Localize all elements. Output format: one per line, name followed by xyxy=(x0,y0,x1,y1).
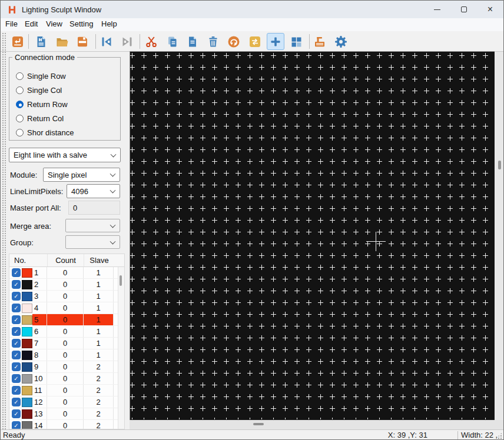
row-checkbox[interactable]: ✓ xyxy=(12,280,21,289)
cell-slv: 1 xyxy=(83,291,114,302)
cut-button[interactable] xyxy=(142,33,160,50)
modules-grid-icon xyxy=(289,35,303,49)
new-file-button[interactable] xyxy=(32,33,50,50)
chevron-down-icon xyxy=(110,238,116,244)
machine-button[interactable] xyxy=(311,33,329,50)
row-checkbox[interactable]: ✓ xyxy=(12,304,21,312)
status-coords: X: 39 ,Y: 31 xyxy=(384,431,427,439)
menu-edit[interactable]: Edit xyxy=(25,19,38,28)
row-checkbox[interactable]: ✓ xyxy=(12,268,21,277)
canvas-vscrollbar[interactable] xyxy=(495,52,504,420)
toolbar-separator xyxy=(28,34,29,49)
exit-button[interactable] xyxy=(9,33,26,50)
canvas-vscrollbar-thumb[interactable] xyxy=(498,161,501,169)
table-row[interactable]: ✓801 xyxy=(9,349,124,361)
color-swatch[interactable] xyxy=(22,421,32,430)
row-checkbox[interactable]: ✓ xyxy=(12,421,21,429)
row-checkbox[interactable]: ✓ xyxy=(12,327,21,336)
row-checkbox[interactable]: ✓ xyxy=(12,292,21,301)
radio-single-col[interactable]: Single Col xyxy=(16,85,62,95)
color-swatch[interactable] xyxy=(22,280,32,289)
toolbar-separator xyxy=(95,34,96,49)
cell-slv: 2 xyxy=(83,361,114,372)
menu-file[interactable]: File xyxy=(5,19,18,28)
row-checkbox[interactable]: ✓ xyxy=(12,386,21,395)
color-swatch[interactable] xyxy=(22,339,32,348)
table-row[interactable]: ✓301 xyxy=(9,291,124,302)
radio-single-row[interactable]: Single Row xyxy=(16,71,66,81)
go-first-button[interactable] xyxy=(98,33,115,50)
design-canvas[interactable] xyxy=(130,52,494,419)
paste-button[interactable] xyxy=(184,33,201,50)
menu-setting[interactable]: Setting xyxy=(69,19,93,28)
panel-drag-gripper[interactable] xyxy=(1,32,6,429)
row-checkbox[interactable]: ✓ xyxy=(12,374,21,383)
modules-button[interactable] xyxy=(287,33,305,50)
table-row[interactable]: ✓101 xyxy=(9,267,124,279)
copy-button[interactable] xyxy=(164,33,181,50)
save-button[interactable] xyxy=(74,33,91,50)
radio-shor-distance[interactable]: Shor distance xyxy=(16,127,74,138)
table-row[interactable]: ✓1202 xyxy=(9,396,124,408)
row-checkbox[interactable]: ✓ xyxy=(12,409,21,418)
table-row[interactable]: ✓1302 xyxy=(9,408,124,420)
cell-slv: 1 xyxy=(83,267,114,278)
minimize-button[interactable] xyxy=(424,1,450,18)
add-pixel-button[interactable] xyxy=(267,33,284,50)
color-swatch[interactable] xyxy=(22,386,32,395)
table-row[interactable]: ✓401 xyxy=(9,302,124,314)
delete-button[interactable] xyxy=(204,33,222,50)
color-swatch[interactable] xyxy=(22,374,32,384)
master-port-field[interactable]: 0 xyxy=(68,201,120,215)
table-row[interactable]: ✓902 xyxy=(9,361,124,373)
cell-no: 2 xyxy=(32,279,47,290)
maximize-button[interactable] xyxy=(450,1,477,18)
color-swatch[interactable] xyxy=(22,398,32,407)
radio-return-col[interactable]: Return Col xyxy=(16,113,64,124)
row-checkbox[interactable]: ✓ xyxy=(12,398,21,406)
cell-slv: 2 xyxy=(83,373,114,384)
table-scrollbar[interactable] xyxy=(118,267,124,429)
line-limit-select[interactable]: 4096 xyxy=(67,184,120,198)
go-last-button[interactable] xyxy=(118,33,136,50)
table-row[interactable]: ✓1002 xyxy=(9,373,124,385)
table-row[interactable]: ✓501 xyxy=(9,314,124,326)
cell-cnt: 0 xyxy=(47,291,83,302)
group-select[interactable] xyxy=(65,235,120,249)
table-row[interactable]: ✓1102 xyxy=(9,385,124,396)
module-select[interactable]: Single pixel xyxy=(43,168,120,182)
color-swatch[interactable] xyxy=(22,292,32,301)
cell-slv: 1 xyxy=(83,279,114,290)
swap-button[interactable] xyxy=(246,33,264,50)
color-swatch[interactable] xyxy=(22,409,32,419)
open-file-button[interactable] xyxy=(53,33,71,50)
table-row[interactable]: ✓1402 xyxy=(9,420,124,429)
radio-return-row[interactable]: Return Row xyxy=(16,99,68,109)
rotate-button[interactable] xyxy=(225,33,243,50)
row-checkbox[interactable]: ✓ xyxy=(12,315,21,324)
wiring-select[interactable]: Eight line with a salve xyxy=(9,148,121,162)
row-checkbox[interactable]: ✓ xyxy=(12,351,21,359)
menu-help[interactable]: Help xyxy=(101,19,117,28)
color-swatch[interactable] xyxy=(22,351,32,360)
cell-no: 10 xyxy=(32,373,47,384)
color-swatch[interactable] xyxy=(22,304,32,313)
canvas-hscrollbar[interactable] xyxy=(130,420,504,429)
menu-view[interactable]: View xyxy=(46,19,62,28)
color-swatch[interactable] xyxy=(22,327,32,336)
color-swatch[interactable] xyxy=(22,315,32,325)
row-checkbox[interactable]: ✓ xyxy=(12,339,21,348)
canvas-hscrollbar-thumb[interactable] xyxy=(253,423,264,425)
go-last-icon xyxy=(120,35,134,49)
table-row[interactable]: ✓601 xyxy=(9,326,124,338)
settings-button[interactable] xyxy=(332,33,350,50)
color-swatch[interactable] xyxy=(22,268,32,278)
table-row[interactable]: ✓701 xyxy=(9,338,124,349)
row-checkbox[interactable]: ✓ xyxy=(12,362,21,371)
merge-area-select[interactable] xyxy=(65,219,120,232)
color-swatch[interactable] xyxy=(22,362,32,372)
table-scrollbar-thumb[interactable] xyxy=(120,275,122,286)
close-button[interactable]: × xyxy=(477,1,503,18)
cell-no: 12 xyxy=(32,396,47,408)
table-row[interactable]: ✓201 xyxy=(9,279,124,291)
